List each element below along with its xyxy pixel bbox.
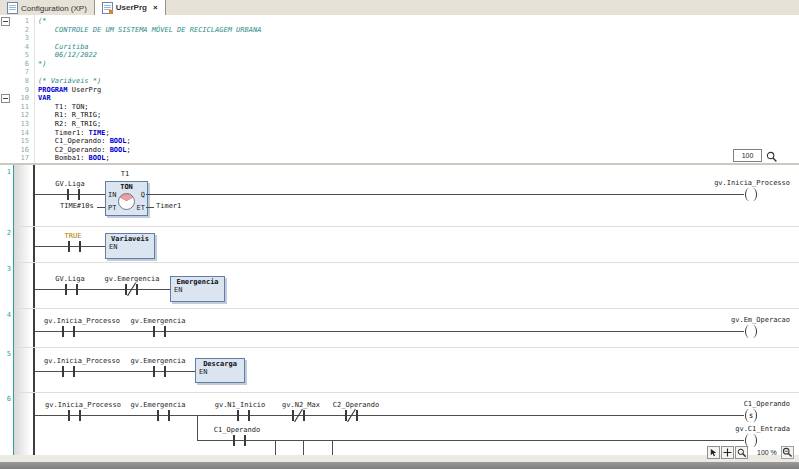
rung-separator bbox=[14, 308, 799, 309]
rung-separator bbox=[14, 392, 799, 393]
line-number: 6 bbox=[25, 60, 29, 68]
line-number: 4 bbox=[25, 43, 29, 51]
ladder-zoom-level[interactable]: 100 % bbox=[757, 449, 777, 456]
code-line: PROGRAM UserPrg bbox=[38, 86, 101, 94]
operand-label[interactable]: gv.Emergencia bbox=[131, 357, 186, 365]
tab-userprg[interactable]: UserPrg × bbox=[94, 0, 166, 16]
variaveis-block[interactable]: Variaveis EN bbox=[105, 233, 155, 259]
st-editor[interactable]: 1234567891011121314151617 (* CONTROLE DE… bbox=[0, 15, 799, 163]
pan-tool-icon[interactable] bbox=[721, 446, 734, 459]
rung-number[interactable]: 3 bbox=[0, 265, 11, 273]
operand-label[interactable]: gv.N2_Max bbox=[282, 401, 320, 409]
rung-number[interactable]: 1 bbox=[0, 168, 11, 176]
contact-emergencia[interactable] bbox=[153, 366, 166, 377]
st-zoom-magnifier-icon[interactable] bbox=[765, 150, 779, 163]
pt-operand[interactable]: TIME#10s bbox=[60, 202, 94, 210]
line-number: 11 bbox=[21, 103, 29, 111]
descarga-block[interactable]: Descarga EN bbox=[195, 358, 245, 383]
operand-label[interactable]: C1_Operando bbox=[214, 426, 260, 434]
pin-en: EN bbox=[109, 243, 117, 251]
branch-stub bbox=[303, 440, 304, 455]
operand-label[interactable]: GV.Liga bbox=[55, 180, 85, 188]
tab-configuration[interactable]: Configuration (XP) bbox=[0, 1, 94, 15]
line-number: 9 bbox=[25, 86, 29, 94]
operand-label[interactable]: gv.Inicia_Processo bbox=[44, 357, 120, 365]
operand-label[interactable]: gv.N1_Inicio bbox=[215, 401, 266, 409]
ton-block[interactable]: TON IN Q PT ET bbox=[105, 181, 148, 216]
contact-inicia-processo[interactable] bbox=[68, 410, 81, 421]
ladder-zoom-toolbar: 100 % bbox=[707, 446, 794, 459]
wire bbox=[35, 289, 170, 290]
set-coil-c1-operando[interactable]: S bbox=[744, 409, 758, 422]
contact-true[interactable] bbox=[68, 241, 81, 252]
block-title: Emergencia bbox=[171, 278, 224, 286]
pin-in: IN bbox=[108, 191, 116, 199]
code-line: CONTROLE DE UM SISTEMA MÓVEL DE RECICLAG… bbox=[38, 26, 261, 34]
tab-close-icon[interactable]: × bbox=[153, 3, 158, 12]
wire bbox=[35, 371, 195, 372]
coil-operand[interactable]: gv.Inicia_Processo bbox=[714, 179, 790, 187]
st-zoom-level[interactable]: 100 bbox=[733, 149, 762, 162]
wire bbox=[97, 207, 105, 208]
window-bottom-bar bbox=[0, 462, 799, 469]
contact-c2-operando-negated[interactable] bbox=[345, 410, 358, 421]
operand-label[interactable]: GV.Liga bbox=[55, 275, 85, 283]
contact-c1-operando[interactable] bbox=[233, 435, 246, 446]
operand-label[interactable]: gv.Emergencia bbox=[105, 275, 160, 283]
coil-operand[interactable]: C1_Operando bbox=[744, 400, 790, 408]
block-title: TON bbox=[106, 183, 147, 191]
emergencia-block[interactable]: Emergencia EN bbox=[170, 276, 225, 302]
operand-label[interactable]: gv.Emergencia bbox=[131, 317, 186, 325]
contact-n2-max-negated[interactable] bbox=[292, 410, 305, 421]
contact-gv-liga[interactable] bbox=[65, 284, 78, 295]
contact-emergencia[interactable] bbox=[157, 410, 170, 421]
operand-label[interactable]: TRUE bbox=[65, 232, 82, 240]
rung-number[interactable]: 6 bbox=[0, 395, 11, 403]
operand-label[interactable]: gv.Inicia_Processo bbox=[45, 401, 121, 409]
line-number: 5 bbox=[25, 51, 29, 59]
rung-number[interactable]: 4 bbox=[0, 311, 11, 319]
rung-margin-gradient bbox=[14, 165, 31, 455]
coil-operand[interactable]: gv.C1_Entrada bbox=[735, 425, 790, 433]
contact-inicia-processo[interactable] bbox=[62, 366, 75, 377]
operand-label[interactable]: gv.Emergencia bbox=[131, 401, 186, 409]
code-line: Bomba1: BOOL; bbox=[38, 154, 110, 162]
line-number: 10 bbox=[21, 94, 29, 102]
coil-inicia-processo[interactable] bbox=[744, 188, 758, 201]
code-line: C2_Operando: BOOL; bbox=[38, 146, 131, 154]
contact-n1-inicio[interactable] bbox=[237, 410, 250, 421]
block-title: Variaveis bbox=[106, 235, 154, 243]
wire bbox=[197, 440, 744, 441]
rung-number[interactable]: 5 bbox=[0, 350, 11, 358]
pou-icon bbox=[102, 2, 113, 14]
ladder-editor[interactable]: 1 2 3 4 5 6 GV.Liga T1 TON IN Q PT ET TI… bbox=[0, 165, 799, 455]
rung-number[interactable]: 2 bbox=[0, 229, 11, 237]
line-number: 8 bbox=[25, 77, 29, 85]
zoom-tool-icon[interactable] bbox=[735, 446, 748, 459]
negation-slash bbox=[294, 409, 303, 422]
rung-separator bbox=[14, 262, 799, 263]
plc-ide-window: Configuration (XP) UserPrg × 12345678910… bbox=[0, 0, 799, 469]
operand-label[interactable]: gv.Inicia_Processo bbox=[44, 317, 120, 325]
instance-label[interactable]: T1 bbox=[121, 170, 129, 178]
line-number: 12 bbox=[21, 111, 29, 119]
contact-gv-liga[interactable] bbox=[67, 189, 80, 200]
contact-inicia-processo[interactable] bbox=[62, 326, 75, 337]
st-line-number-column: 1234567891011121314151617 bbox=[9, 15, 31, 163]
rung-separator bbox=[14, 347, 799, 348]
code-line: R2: R_TRIG; bbox=[38, 120, 101, 128]
wire bbox=[35, 415, 744, 416]
et-operand[interactable]: Timer1 bbox=[156, 202, 181, 210]
zoom-settings-icon[interactable] bbox=[781, 446, 794, 459]
ladder-footer-strip bbox=[0, 455, 799, 462]
contact-emergencia[interactable] bbox=[153, 326, 166, 337]
code-line: C1_Operando: BOOL; bbox=[38, 137, 131, 145]
contact-emergencia-negated[interactable] bbox=[125, 284, 138, 295]
line-number: 1 bbox=[25, 17, 29, 25]
code-line: 06/12/2022 bbox=[38, 51, 97, 59]
code-line: (* Variáveis *) bbox=[38, 77, 101, 85]
cursor-tool-icon[interactable] bbox=[707, 446, 720, 459]
coil-em-operacao[interactable] bbox=[744, 325, 758, 338]
coil-operand[interactable]: gv.Em_Operacao bbox=[731, 316, 790, 324]
operand-label[interactable]: C2_Operando bbox=[333, 401, 379, 409]
